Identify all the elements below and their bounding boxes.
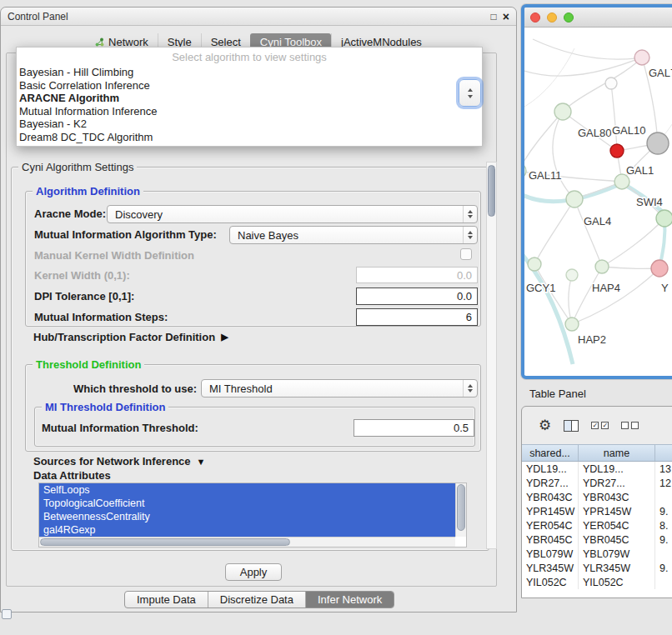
network-node[interactable]	[566, 191, 583, 208]
table-row[interactable]: YBR045CYBR045C9.	[522, 532, 672, 547]
table-cell: YBR043C	[579, 490, 655, 504]
sources-expander[interactable]: Sources for Network Inference ▼	[33, 455, 205, 468]
dpi-tolerance-field[interactable]: 0.0	[356, 288, 478, 305]
apply-button[interactable]: Apply	[225, 563, 282, 581]
network-node[interactable]	[528, 258, 541, 271]
algorithm-option[interactable]: Basic Correlation Inference	[17, 79, 482, 92]
mi-steps-field[interactable]: 6	[356, 308, 478, 326]
algorithm-option[interactable]: Mutual Information Inference	[17, 105, 482, 118]
kernel-width-field[interactable]: 0.0	[356, 267, 478, 283]
table-cell: YBL079W	[522, 547, 579, 561]
network-node[interactable]	[656, 210, 672, 227]
network-node-label: GAL11	[529, 169, 562, 182]
attribute-item[interactable]: TopologicalCoefficient	[39, 497, 455, 510]
algorithm-option[interactable]: ARACNE Algorithm	[17, 92, 482, 105]
column-header[interactable]: shared...	[522, 445, 579, 461]
table-cell	[655, 547, 672, 561]
control-panel-window: Control Panel □ × NetworkStyleSelectCyni…	[0, 7, 517, 612]
table-row[interactable]: YIL052CYIL052C	[522, 575, 672, 589]
table-cell: YBR045C	[579, 532, 655, 547]
table-header: shared...name	[522, 444, 672, 462]
network-node[interactable]	[524, 163, 526, 178]
table-row[interactable]: YBL079WYBL079W	[522, 547, 672, 561]
mi-steps-label: Mutual Information Steps:	[34, 311, 168, 323]
scrollbar-thumb[interactable]	[488, 165, 495, 217]
network-node[interactable]	[634, 50, 649, 65]
table-panel-window: ⚙ ✓✓ shared...name YDL19...YDL19...13YDR…	[521, 406, 672, 598]
chevron-down-icon: ▼	[197, 457, 206, 467]
network-node[interactable]	[651, 260, 668, 277]
algorithm-option[interactable]: Bayesian - Hill Climbing	[17, 66, 482, 79]
network-node[interactable]	[566, 269, 578, 281]
close-icon[interactable]: ×	[503, 12, 509, 22]
algorithm-definition-group: Algorithm Definition Aracne Mode: Discov…	[25, 191, 481, 327]
scrollbar-thumb[interactable]	[40, 538, 290, 546]
table-cell: YLR345W	[579, 561, 655, 575]
table-cell: 8.	[655, 518, 672, 532]
table-cell: 9.	[655, 532, 672, 547]
minimized-panel-icon[interactable]	[2, 609, 12, 619]
control-panel-titlebar: Control Panel □ ×	[1, 8, 516, 26]
table-row[interactable]: YLR345WYLR345W9.	[522, 561, 672, 575]
scrollbar-thumb[interactable]	[457, 484, 465, 531]
network-node[interactable]	[610, 144, 624, 158]
network-window-titlebar	[524, 8, 672, 28]
float-window-icon[interactable]: □	[491, 12, 497, 22]
mi-algorithm-type-select[interactable]: Naive Bayes	[229, 226, 478, 244]
threshold-definition-title: Threshold Definition	[33, 358, 144, 371]
gear-icon[interactable]: ⚙	[539, 418, 551, 432]
attributes-vertical-scrollbar[interactable]	[455, 483, 466, 537]
mi-threshold-field[interactable]: 0.5	[354, 419, 474, 437]
bottom-tab-discretize-data[interactable]: Discretize Data	[208, 592, 305, 608]
attribute-item[interactable]: gal4RGexp	[39, 523, 455, 537]
network-canvas[interactable]: GAL7GAL80GAL10GAL11GAL1GAL4SWI4GCY1HAP4Y…	[524, 28, 672, 375]
attributes-horizontal-scrollbar[interactable]	[39, 537, 455, 547]
settings-vertical-scrollbar[interactable]	[486, 162, 497, 549]
close-traffic-light[interactable]	[530, 12, 540, 22]
select-all-icon[interactable]: ✓✓	[591, 422, 609, 429]
algorithm-option[interactable]: Dream8 DC_TDC Algorithm	[17, 131, 482, 144]
table-body: YDL19...YDL19...13YDR27...YDR27...12YBR0…	[522, 462, 672, 589]
table-row[interactable]: YER054CYER054C8.	[522, 518, 672, 532]
aracne-mode-select[interactable]: Discovery	[107, 205, 478, 223]
column-header[interactable]: name	[579, 445, 655, 461]
threshold-definition-group: Threshold Definition Which threshold to …	[25, 364, 481, 452]
table-cell: YIL052C	[522, 575, 579, 589]
kernel-width-label: Kernel Width (0,1):	[34, 269, 130, 282]
chevron-right-icon: ▶	[221, 332, 228, 342]
table-cell: YIL052C	[579, 575, 655, 589]
table-cell: YLR345W	[522, 561, 579, 575]
manual-kernel-checkbox[interactable]	[460, 248, 472, 260]
hub-definition-expander[interactable]: Hub/Transcription Factor Definition ▶	[33, 331, 228, 343]
table-row[interactable]: YDR27...YDR27...12	[522, 476, 672, 490]
data-attributes-list: SelfLoopsTopologicalCoefficientBetweenne…	[39, 483, 466, 537]
dpi-tolerance-label: DPI Tolerance [0,1]:	[34, 290, 134, 302]
network-node[interactable]	[595, 260, 609, 273]
column-header[interactable]	[655, 445, 672, 461]
table-row[interactable]: YPR145WYPR145W9.	[522, 504, 672, 518]
aracne-mode-value: Discovery	[108, 208, 463, 221]
network-node[interactable]	[605, 78, 617, 89]
deselect-all-icon[interactable]	[621, 422, 639, 429]
table-row[interactable]: YDL19...YDL19...13	[522, 462, 672, 476]
network-node-label: HAP4	[592, 282, 620, 294]
network-node[interactable]	[647, 132, 669, 154]
bottom-tab-impute-data[interactable]: Impute Data	[125, 592, 208, 608]
algorithm-option[interactable]: Bayesian - K2	[17, 118, 482, 131]
table-cell: YPR145W	[522, 504, 579, 518]
algorithm-combobox-stepper[interactable]	[459, 79, 481, 107]
table-row[interactable]: YBR043CYBR043C	[522, 490, 672, 504]
mi-type-label: Mutual Information Algorithm Type:	[34, 228, 217, 241]
window-title: Control Panel	[8, 11, 68, 22]
which-threshold-value: MI Threshold	[202, 382, 463, 395]
add-column-icon[interactable]	[564, 420, 579, 432]
bottom-tab-infer-network[interactable]: Infer Network	[305, 592, 394, 608]
minimize-traffic-light[interactable]	[547, 12, 557, 22]
network-node-label: GAL10	[612, 124, 645, 137]
network-node[interactable]	[554, 103, 571, 120]
attribute-item[interactable]: SelfLoops	[39, 483, 455, 497]
attribute-item[interactable]: BetweennessCentrality	[39, 510, 455, 523]
which-threshold-select[interactable]: MI Threshold	[201, 379, 478, 398]
network-node[interactable]	[565, 318, 579, 331]
zoom-traffic-light[interactable]	[564, 12, 574, 22]
